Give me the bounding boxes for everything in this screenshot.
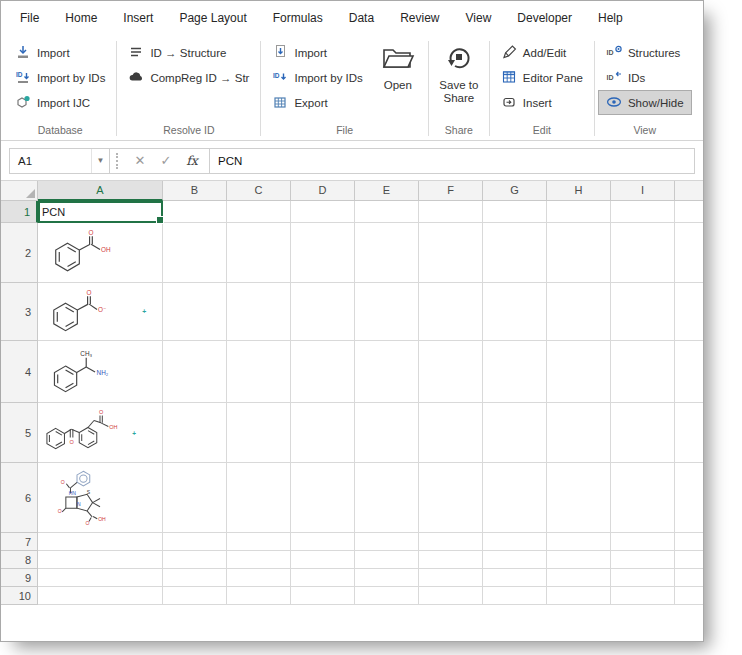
cell[interactable] bbox=[547, 569, 611, 587]
cell[interactable] bbox=[291, 569, 355, 587]
cell[interactable] bbox=[547, 551, 611, 569]
column-header-A[interactable]: A bbox=[38, 181, 163, 201]
cell[interactable] bbox=[355, 551, 419, 569]
cell[interactable] bbox=[483, 403, 547, 463]
column-header-D[interactable]: D bbox=[291, 181, 355, 201]
cell[interactable] bbox=[675, 223, 703, 283]
cell[interactable] bbox=[611, 283, 675, 341]
db-import-by-ids-button[interactable]: ID Import by IDs bbox=[7, 65, 113, 90]
id-to-structure-button[interactable]: ID → Structure bbox=[120, 40, 257, 65]
cell[interactable] bbox=[227, 283, 291, 341]
name-box-dropdown-icon[interactable]: ▼ bbox=[91, 149, 109, 173]
cell[interactable] bbox=[291, 201, 355, 223]
cell[interactable] bbox=[611, 587, 675, 605]
show-hide-toggle-button[interactable]: Show/Hide bbox=[598, 90, 692, 115]
cell[interactable] bbox=[227, 403, 291, 463]
cell[interactable] bbox=[355, 223, 419, 283]
save-to-share-button[interactable]: Save to Share bbox=[432, 37, 486, 107]
cell[interactable] bbox=[419, 587, 483, 605]
cell[interactable] bbox=[547, 463, 611, 533]
cell[interactable] bbox=[547, 283, 611, 341]
cell[interactable] bbox=[38, 587, 163, 605]
cell[interactable] bbox=[355, 533, 419, 551]
cell[interactable] bbox=[163, 533, 227, 551]
row-header-2[interactable]: 2 bbox=[1, 223, 38, 283]
cell[interactable] bbox=[675, 283, 703, 341]
editor-pane-button[interactable]: Editor Pane bbox=[493, 65, 591, 90]
cell[interactable] bbox=[291, 551, 355, 569]
select-all-corner[interactable] bbox=[1, 181, 38, 201]
cell[interactable] bbox=[227, 569, 291, 587]
cell[interactable] bbox=[611, 341, 675, 403]
cell[interactable] bbox=[611, 201, 675, 223]
cell[interactable] bbox=[419, 551, 483, 569]
file-export-button[interactable]: Export bbox=[264, 90, 370, 115]
cell[interactable] bbox=[355, 463, 419, 533]
cell[interactable] bbox=[227, 533, 291, 551]
cell[interactable] bbox=[227, 587, 291, 605]
row-header-6[interactable]: 6 bbox=[1, 463, 38, 533]
cell[interactable] bbox=[611, 569, 675, 587]
column-header-G[interactable]: G bbox=[483, 181, 547, 201]
cell[interactable] bbox=[227, 463, 291, 533]
cell[interactable] bbox=[163, 283, 227, 341]
cell[interactable] bbox=[483, 201, 547, 223]
cell[interactable] bbox=[291, 587, 355, 605]
cell[interactable] bbox=[355, 341, 419, 403]
file-import-button[interactable]: Import bbox=[264, 40, 370, 65]
cell[interactable] bbox=[483, 283, 547, 341]
cell[interactable] bbox=[291, 463, 355, 533]
row-header-10[interactable]: 10 bbox=[1, 587, 38, 605]
cell[interactable] bbox=[611, 403, 675, 463]
column-header-H[interactable]: H bbox=[547, 181, 611, 201]
cell[interactable] bbox=[227, 341, 291, 403]
db-import-ijc-button[interactable]: Import IJC bbox=[7, 90, 113, 115]
compreg-id-to-str-button[interactable]: CompReg ID → Str bbox=[120, 65, 257, 90]
cell[interactable] bbox=[419, 403, 483, 463]
row-header-7[interactable]: 7 bbox=[1, 533, 38, 551]
cell[interactable] bbox=[483, 463, 547, 533]
cell[interactable] bbox=[163, 551, 227, 569]
cell-A1-selected[interactable]: PCN bbox=[38, 201, 163, 223]
structures-toggle-button[interactable]: ID Structures bbox=[598, 40, 692, 65]
row-header-1[interactable]: 1 bbox=[1, 201, 38, 223]
db-import-button[interactable]: Import bbox=[7, 40, 113, 65]
cell[interactable] bbox=[291, 403, 355, 463]
cell[interactable] bbox=[419, 569, 483, 587]
tab-formulas[interactable]: Formulas bbox=[260, 1, 336, 35]
cell[interactable] bbox=[419, 283, 483, 341]
formula-bar-drag-handle[interactable] bbox=[116, 153, 120, 169]
cell[interactable] bbox=[291, 283, 355, 341]
cell[interactable] bbox=[483, 341, 547, 403]
cell[interactable] bbox=[675, 569, 703, 587]
tab-data[interactable]: Data bbox=[336, 1, 387, 35]
row-header-9[interactable]: 9 bbox=[1, 569, 38, 587]
cell[interactable] bbox=[675, 201, 703, 223]
cell[interactable] bbox=[291, 341, 355, 403]
cell[interactable] bbox=[291, 223, 355, 283]
cell[interactable] bbox=[419, 533, 483, 551]
row-header-5[interactable]: 5 bbox=[1, 403, 38, 463]
tab-view[interactable]: View bbox=[453, 1, 505, 35]
cell[interactable] bbox=[483, 569, 547, 587]
cell[interactable] bbox=[547, 223, 611, 283]
cell[interactable] bbox=[163, 223, 227, 283]
column-header-E[interactable]: E bbox=[355, 181, 419, 201]
cell[interactable] bbox=[419, 341, 483, 403]
cell[interactable] bbox=[38, 569, 163, 587]
cell[interactable] bbox=[611, 223, 675, 283]
cell[interactable] bbox=[38, 533, 163, 551]
column-header-I[interactable]: I bbox=[611, 181, 675, 201]
cell[interactable] bbox=[227, 201, 291, 223]
column-header-partial[interactable] bbox=[675, 181, 703, 201]
cell[interactable] bbox=[547, 587, 611, 605]
cell[interactable] bbox=[355, 569, 419, 587]
cell[interactable] bbox=[163, 201, 227, 223]
tab-insert[interactable]: Insert bbox=[110, 1, 166, 35]
cell[interactable] bbox=[547, 533, 611, 551]
cell[interactable] bbox=[611, 533, 675, 551]
cell[interactable] bbox=[419, 201, 483, 223]
column-header-F[interactable]: F bbox=[419, 181, 483, 201]
formula-input[interactable]: PCN bbox=[210, 149, 694, 173]
cell[interactable] bbox=[291, 533, 355, 551]
